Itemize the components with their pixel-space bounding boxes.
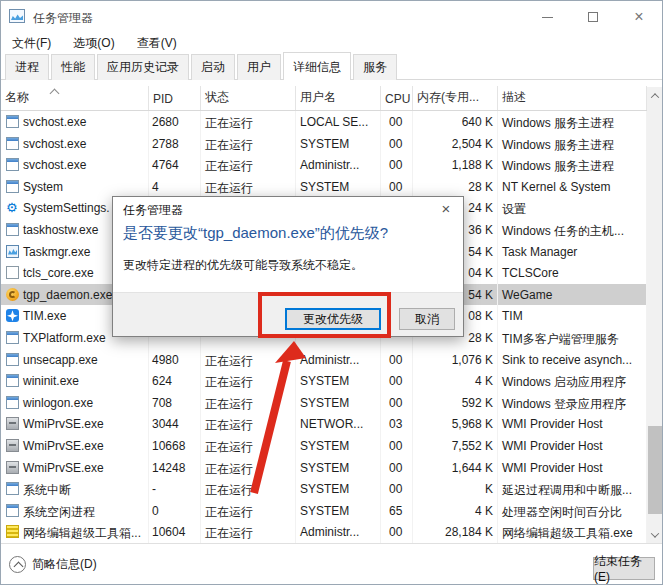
yellowdoc-process-icon — [6, 525, 19, 538]
table-row[interactable]: 系统中断-正在运行SYSTEM00K延迟过程调用和中断服... — [1, 478, 647, 500]
tab-users[interactable]: 用户 — [237, 54, 281, 80]
table-row[interactable]: svchost.exe2680正在运行LOCAL SE...00640 KWin… — [1, 111, 647, 133]
cell-desc: Windows 任务的主机... — [498, 219, 647, 241]
dialog-close-icon[interactable]: × — [437, 200, 455, 217]
cell-user: SYSTEM — [296, 133, 381, 155]
app-process-icon — [6, 331, 19, 344]
table-row[interactable]: unsecapp.exe4980正在运行Administr...001,076 … — [1, 349, 647, 371]
scrollbar-thumb[interactable] — [648, 426, 662, 514]
cell-mem: 592 K — [413, 392, 498, 414]
cell-name: 系统空闲进程 — [1, 500, 149, 522]
tab-app-history[interactable]: 应用历史记录 — [97, 54, 189, 80]
column-header-desc[interactable]: 描述 — [498, 86, 647, 110]
app-process-icon — [6, 353, 19, 366]
table-row[interactable]: WmiPrvSE.exe10668正在运行SYSTEM007,552 KWMI … — [1, 435, 647, 457]
scroll-up-button[interactable] — [647, 87, 663, 104]
app-process-icon — [6, 137, 19, 150]
cell-mem: 2,504 K — [413, 133, 498, 155]
dialog-title: 任务管理器 — [123, 202, 183, 219]
cell-name: wininit.exe — [1, 370, 149, 392]
menu-file[interactable]: 文件(F) — [8, 33, 55, 53]
tab-startup[interactable]: 启动 — [191, 54, 235, 80]
task-manager-window: 任务管理器 × 文件(F) 选项(O) 查看(V) 进程 性能 应用历史记录 启… — [0, 0, 663, 585]
cell-cpu: 00 — [381, 435, 413, 457]
table-row[interactable]: System4正在运行SYSTEM0028 KNT Kernel & Syste… — [1, 176, 647, 198]
tab-services[interactable]: 服务 — [353, 54, 397, 80]
tabbar: 进程 性能 应用历史记录 启动 用户 详细信息 服务 — [1, 55, 662, 80]
cell-name: WmiPrvSE.exe — [1, 435, 149, 457]
column-header-status[interactable]: 状态 — [201, 86, 296, 110]
cell-user: Administr... — [296, 521, 381, 543]
cell-pid: 2788 — [149, 133, 201, 155]
wmi-process-icon — [6, 439, 19, 452]
cell-cpu: 00 — [381, 133, 413, 155]
cell-desc: 设置 — [498, 197, 647, 219]
column-header-cpu[interactable]: CPU — [381, 86, 413, 110]
titlebar: 任务管理器 × — [1, 1, 662, 33]
table-row[interactable]: winlogon.exe708正在运行SYSTEM00592 KWindows … — [1, 392, 647, 414]
cell-desc: 网络编辑超级工具箱.exe — [498, 521, 647, 543]
cell-status: 正在运行 — [201, 457, 296, 479]
cell-mem: 28 K — [413, 176, 498, 198]
tab-details[interactable]: 详细信息 — [283, 52, 351, 80]
table-row[interactable]: 系统空闲进程0正在运行SYSTEM654 K处理器空闲时间百分比 — [1, 500, 647, 522]
fewer-details-toggle[interactable]: 简略信息(D) — [9, 556, 97, 573]
app-process-icon — [6, 374, 19, 387]
cell-pid: 4764 — [149, 154, 201, 176]
minimize-button[interactable] — [524, 1, 570, 33]
end-task-button[interactable]: 结束任务(E) — [593, 557, 655, 580]
cell-desc: TIM多客户端管理服务 — [498, 327, 647, 349]
cell-user: SYSTEM — [296, 435, 381, 457]
cell-pid: 14248 — [149, 457, 201, 479]
cell-mem: 1,188 K — [413, 154, 498, 176]
footer-bar: 简略信息(D) 结束任务(E) — [1, 543, 662, 585]
column-header-pid[interactable]: PID — [149, 86, 201, 110]
close-button[interactable]: × — [616, 1, 662, 33]
chevron-down-icon — [651, 529, 659, 537]
table-row[interactable]: svchost.exe4764正在运行Administr...001,188 K… — [1, 154, 647, 176]
cell-status: 正在运行 — [201, 133, 296, 155]
cell-status: 正在运行 — [201, 349, 296, 371]
app-process-icon — [6, 396, 19, 409]
minimize-icon — [542, 17, 553, 18]
cell-user: SYSTEM — [296, 478, 381, 500]
plain-process-icon — [6, 266, 19, 279]
scroll-down-button[interactable] — [647, 526, 663, 543]
cell-mem: 1,076 K — [413, 349, 498, 371]
table-row[interactable]: WmiPrvSE.exe14248正在运行SYSTEM001,644 KWMI … — [1, 457, 647, 479]
tab-processes[interactable]: 进程 — [5, 54, 49, 80]
cell-name: unsecapp.exe — [1, 349, 149, 371]
cell-name: System — [1, 176, 149, 198]
column-header-user[interactable]: 用户名 — [296, 86, 381, 110]
wegame-process-icon — [6, 288, 19, 301]
cell-desc: Windows 启动应用程序 — [498, 370, 647, 392]
wmi-process-icon — [6, 461, 19, 474]
vertical-scrollbar[interactable] — [647, 87, 663, 543]
table-row[interactable]: wininit.exe624正在运行SYSTEM004 KWindows 启动应… — [1, 370, 647, 392]
tab-performance[interactable]: 性能 — [51, 54, 95, 80]
cell-user: LOCAL SE... — [296, 111, 381, 133]
dialog-secondary-text: 更改特定进程的优先级可能导致系统不稳定。 — [123, 257, 363, 274]
cell-status: 正在运行 — [201, 111, 296, 133]
app-process-icon — [6, 158, 19, 171]
table-row[interactable]: 网络编辑超级工具箱...10604正在运行Administr...0028,18… — [1, 521, 647, 543]
cell-mem: 5,968 K — [413, 413, 498, 435]
chevron-up-icon — [651, 93, 659, 101]
menu-view[interactable]: 查看(V) — [133, 33, 181, 53]
cancel-button[interactable]: 取消 — [399, 308, 455, 330]
maximize-button[interactable] — [570, 1, 616, 33]
column-header-mem[interactable]: 内存(专用... — [413, 86, 498, 110]
cell-cpu: 00 — [381, 111, 413, 133]
cell-user: SYSTEM — [296, 457, 381, 479]
taskmgr-process-icon — [6, 245, 19, 258]
cell-pid: 10668 — [149, 435, 201, 457]
table-row[interactable]: svchost.exe2788正在运行SYSTEM002,504 KWindow… — [1, 133, 647, 155]
table-row[interactable]: WmiPrvSE.exe3044正在运行NETWOR...035,968 KWM… — [1, 413, 647, 435]
cell-desc: TIM — [498, 305, 647, 327]
cell-name: svchost.exe — [1, 133, 149, 155]
app-process-icon — [6, 115, 19, 128]
cell-cpu: 03 — [381, 413, 413, 435]
column-header-name[interactable]: 名称 — [1, 86, 149, 110]
menu-options[interactable]: 选项(O) — [69, 33, 118, 53]
cell-desc: 延迟过程调用和中断服... — [498, 478, 647, 500]
